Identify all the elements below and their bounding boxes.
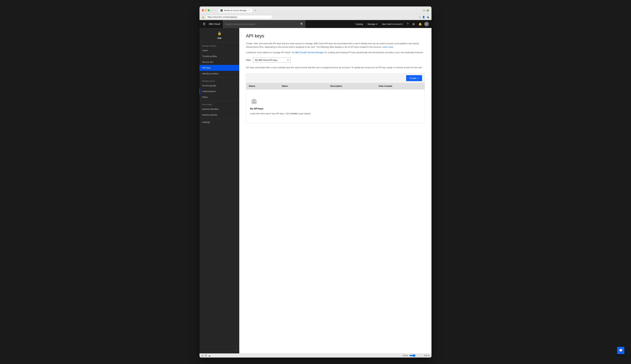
- date-created-column-label: Date Created: [379, 85, 392, 87]
- help-button[interactable]: ?: [405, 20, 410, 28]
- sidebar-item-identity-providers[interactable]: Identity providers: [200, 71, 239, 76]
- share-icon[interactable]: ⬡: [419, 16, 421, 18]
- top-navigation: ☰ IBM Cloud 🔍 Catalog Manage ▾ Idan Adar…: [200, 20, 431, 28]
- browser-titlebar: ‹ › Identity & Access Manage ✕ + ⊡ 🧩: [200, 6, 431, 14]
- column-header-date-created: Date Created: [376, 83, 425, 89]
- trusted-profiles-label: Trusted profiles: [202, 55, 217, 58]
- roles-label: Roles: [202, 96, 208, 98]
- bottom-icon-1: ⊡: [202, 354, 204, 357]
- section-manage-access-label: Manage access: [200, 78, 239, 83]
- sidebar-item-service-ids[interactable]: Service IDs: [200, 59, 239, 65]
- manage-label: Manage: [368, 23, 375, 25]
- sort-icon: ↓: [289, 85, 290, 87]
- main-content: API keys Create, view, and work with API…: [239, 28, 431, 354]
- sidebar-header: 🔒 IAM: [200, 28, 239, 42]
- browser-nav: ‹ ›: [211, 8, 217, 12]
- sidebar-item-authorizations[interactable]: Authorizations ›: [200, 88, 239, 94]
- table-header: Status Name ↓ Description Date Created: [246, 83, 425, 90]
- service-ids-label: Service IDs: [202, 61, 213, 63]
- sidebar-item-access-groups[interactable]: Access groups: [200, 83, 239, 88]
- tab-close-icon[interactable]: ✕: [249, 9, 250, 12]
- reset-label[interactable]: Reset: [403, 354, 408, 357]
- inactive-identities-label: Inactive identities: [202, 108, 219, 110]
- ibm-cloud-logo: IBM Cloud: [209, 23, 220, 25]
- page-title: API keys: [246, 33, 425, 38]
- inactive-policies-label: Inactive policies: [202, 114, 217, 116]
- iam-icon: 🔒: [217, 31, 222, 35]
- svg-marker-1: [251, 99, 257, 100]
- sidebar-title: IAM: [217, 37, 221, 40]
- puzzle-icon[interactable]: 🔌: [426, 16, 429, 18]
- cost-estimator-button[interactable]: ⊞: [411, 20, 416, 28]
- sidebar-divider-1: [200, 42, 239, 42]
- secrets-manager-link[interactable]: IBM Cloud® Secrets Manager: [295, 51, 324, 54]
- maximize-dot[interactable]: [208, 9, 210, 11]
- description-paragraph-2: Looking for more options to manage API K…: [246, 51, 425, 54]
- catalog-link[interactable]: Catalog: [354, 20, 365, 28]
- access-groups-label: Access groups: [202, 84, 216, 87]
- sidebar-item-trusted-profiles[interactable]: Trusted profiles: [200, 53, 239, 59]
- chat-button[interactable]: 💬: [617, 347, 624, 354]
- address-input[interactable]: [206, 15, 272, 19]
- extensions-icon[interactable]: 🧩: [426, 9, 429, 12]
- users-label: Users: [202, 49, 208, 52]
- description-2-suffix: for creating and leasing API keys dynami…: [324, 51, 424, 54]
- sidebar-item-settings[interactable]: Settings: [200, 119, 239, 125]
- minimize-dot[interactable]: [205, 9, 207, 11]
- sidebar-item-users[interactable]: Users: [200, 48, 239, 53]
- column-header-description: Description: [328, 83, 376, 89]
- manage-link[interactable]: Manage ▾: [366, 20, 379, 28]
- sidebar-item-inactive-policies[interactable]: Inactive policies: [200, 112, 239, 118]
- profile-icon[interactable]: 👤: [422, 16, 425, 18]
- sidebar-collapse-button[interactable]: ‹: [200, 346, 239, 354]
- empty-state-title: No API keys: [250, 107, 263, 110]
- notifications-button[interactable]: 🔔: [417, 20, 423, 28]
- app-container: ☰ IBM Cloud 🔍 Catalog Manage ▾ Idan Adar…: [200, 20, 431, 358]
- view-select-wrapper: My IBM Cloud API keys All IBM Cloud API …: [253, 58, 290, 62]
- bookmark-icon[interactable]: ⊡: [423, 9, 425, 12]
- create-button-icon: +: [417, 77, 419, 80]
- user-avatar[interactable]: IA: [424, 22, 429, 26]
- new-tab-button[interactable]: +: [253, 8, 257, 12]
- sidebar-item-api-keys[interactable]: API keys: [200, 65, 239, 71]
- nav-right: Catalog Manage ▾ Idan Adar's Account ▾ ?…: [354, 20, 429, 28]
- hamburger-menu-button[interactable]: ☰: [202, 22, 206, 26]
- tab-title: Identity & Access Manage: [224, 9, 247, 12]
- authorizations-label: Authorizations: [202, 90, 216, 92]
- create-button-label: Create: [409, 77, 416, 80]
- close-dot[interactable]: [202, 9, 204, 11]
- description-paragraph-1: Create, view, and work with API keys tha…: [246, 42, 425, 49]
- view-select[interactable]: My IBM Cloud API keys All IBM Cloud API …: [253, 58, 290, 62]
- section-gain-insight-label: Gain insight: [200, 102, 239, 106]
- view-row: View: My IBM Cloud API keys All IBM Clou…: [246, 58, 425, 62]
- info-text: API keys associated with a user's identi…: [246, 66, 425, 70]
- address-actions: ⬡ 👤 🔌: [419, 16, 429, 18]
- sidebar: 🔒 IAM Manage identities Users Trusted pr…: [200, 28, 239, 354]
- back-button[interactable]: ‹: [211, 8, 214, 12]
- create-button[interactable]: Create +: [406, 75, 422, 81]
- chat-icon: 💬: [619, 348, 622, 352]
- account-chevron-icon: ▾: [401, 23, 403, 25]
- bottom-icon-2: ☰: [205, 354, 207, 357]
- main-body: 🔒 IAM Manage identities Users Trusted pr…: [200, 28, 431, 354]
- zoom-slider[interactable]: [409, 354, 423, 357]
- empty-state-description: Looks like there aren't any API keys. Cl…: [250, 112, 311, 115]
- sidebar-item-inactive-identities[interactable]: Inactive identities: [200, 106, 239, 112]
- forward-button[interactable]: ›: [215, 8, 217, 12]
- column-header-name[interactable]: Name ↓: [279, 83, 328, 89]
- tab-bar: Identity & Access Manage ✕ +: [218, 8, 421, 12]
- settings-label: Settings: [202, 121, 210, 124]
- search-input[interactable]: [223, 20, 306, 28]
- table-toolbar: Create +: [246, 74, 425, 83]
- tab-favicon: [220, 9, 223, 12]
- sidebar-item-roles[interactable]: Roles: [200, 94, 239, 100]
- api-keys-label: API keys: [202, 66, 211, 69]
- active-tab[interactable]: Identity & Access Manage ✕: [218, 8, 252, 12]
- identity-providers-label: Identity providers: [202, 72, 219, 75]
- manage-chevron-icon: ▾: [376, 23, 377, 25]
- account-link[interactable]: Idan Adar's Account ▾: [380, 20, 405, 28]
- description-column-label: Description: [330, 85, 342, 87]
- learn-more-link[interactable]: Learn more.: [382, 46, 394, 48]
- security-icon: 🔒: [202, 16, 204, 18]
- table-empty-state: No API keys Looks like there aren't any …: [246, 90, 425, 123]
